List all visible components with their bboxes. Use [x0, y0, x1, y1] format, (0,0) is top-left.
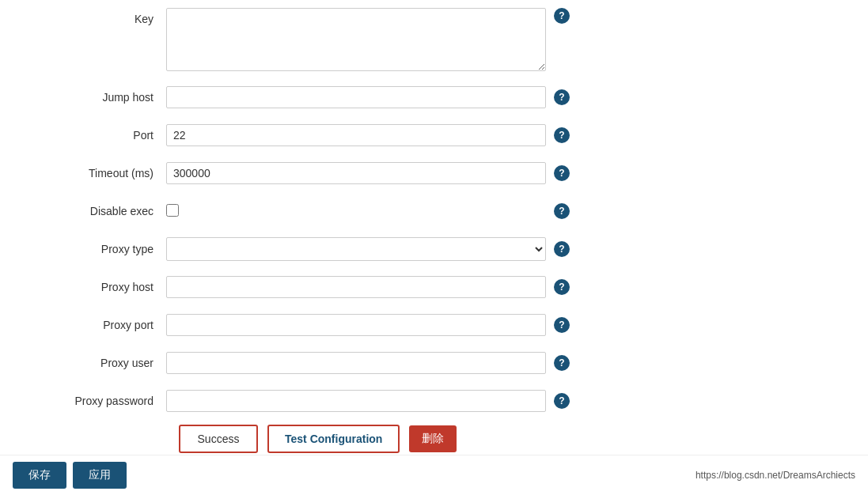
proxy-password-input[interactable]: [166, 390, 546, 412]
proxy-type-help-icon[interactable]: ?: [554, 241, 570, 257]
disable-exec-checkbox[interactable]: [166, 204, 179, 217]
key-input-wrap: [166, 8, 546, 74]
bottom-bar-left: 保存 应用: [13, 462, 127, 489]
footer-url: https://blog.csdn.net/DreamsArchiects: [696, 470, 855, 481]
disable-exec-help-icon[interactable]: ?: [554, 203, 570, 219]
delete-button[interactable]: 删除: [409, 425, 457, 452]
port-input[interactable]: [166, 124, 546, 146]
proxy-host-input[interactable]: [166, 276, 546, 298]
proxy-user-input[interactable]: [166, 352, 546, 374]
save-button[interactable]: 保存: [13, 462, 66, 489]
jump-host-help-icon[interactable]: ?: [554, 89, 570, 105]
port-input-wrap: [166, 124, 546, 146]
jump-host-input[interactable]: [166, 86, 546, 108]
timeout-label: Timeout (ms): [40, 167, 166, 179]
proxy-port-input-wrap: [166, 314, 546, 336]
proxy-type-select[interactable]: [166, 237, 546, 261]
bottom-bar: 保存 应用 https://blog.csdn.net/DreamsArchie…: [0, 455, 868, 495]
proxy-host-label: Proxy host: [40, 281, 166, 293]
port-help-icon[interactable]: ?: [554, 127, 570, 143]
proxy-user-help-icon[interactable]: ?: [554, 355, 570, 371]
proxy-host-help-icon[interactable]: ?: [554, 279, 570, 295]
proxy-password-input-wrap: [166, 390, 546, 412]
timeout-input-wrap: [166, 162, 546, 184]
key-help-icon[interactable]: ?: [554, 8, 570, 24]
disable-exec-input-wrap: [166, 204, 546, 219]
proxy-port-label: Proxy port: [40, 319, 166, 331]
proxy-host-input-wrap: [166, 276, 546, 298]
proxy-user-label: Proxy user: [40, 357, 166, 369]
timeout-help-icon[interactable]: ?: [554, 165, 570, 181]
action-row: Success Test Configuration 删除: [179, 425, 844, 453]
key-textarea[interactable]: [166, 8, 546, 71]
proxy-password-help-icon[interactable]: ?: [554, 393, 570, 409]
key-label: Key: [40, 8, 166, 25]
proxy-type-label: Proxy type: [40, 243, 166, 255]
apply-button[interactable]: 应用: [73, 462, 127, 489]
proxy-password-label: Proxy password: [40, 395, 166, 407]
proxy-port-input[interactable]: [166, 314, 546, 336]
jump-host-label: Jump host: [40, 91, 166, 104]
timeout-input[interactable]: [166, 162, 546, 184]
disable-exec-label: Disable exec: [40, 205, 166, 217]
success-button[interactable]: Success: [179, 425, 258, 453]
test-configuration-button[interactable]: Test Configuration: [267, 425, 400, 453]
port-label: Port: [40, 129, 166, 142]
proxy-user-input-wrap: [166, 352, 546, 374]
proxy-type-input-wrap: [166, 237, 546, 261]
proxy-port-help-icon[interactable]: ?: [554, 317, 570, 333]
jump-host-input-wrap: [166, 86, 546, 108]
